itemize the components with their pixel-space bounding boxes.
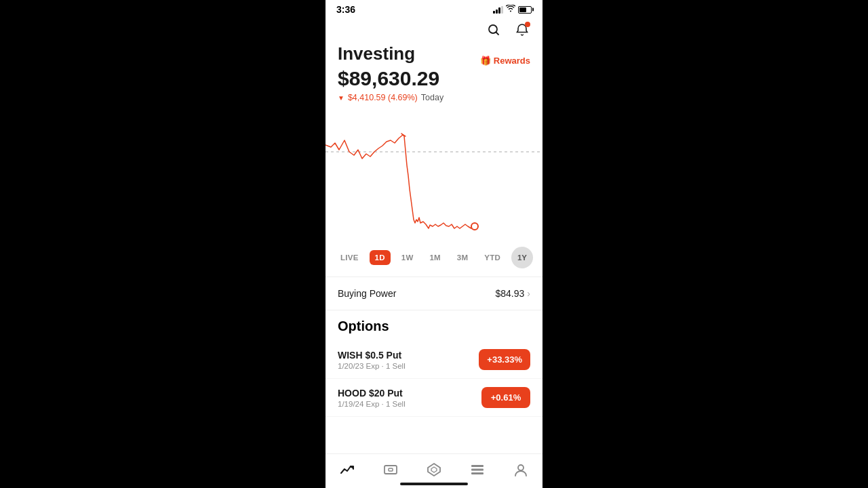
notifications-button[interactable]	[513, 20, 532, 39]
notification-badge	[525, 22, 530, 27]
investing-nav-icon	[340, 462, 355, 477]
svg-rect-9	[471, 469, 484, 471]
tab-1m[interactable]: 1M	[424, 250, 446, 265]
option-details-hood: HOOD $20 Put 1/19/24 Exp · 1 Sell	[338, 388, 406, 408]
tab-1y[interactable]: 1Y	[511, 247, 533, 268]
buying-power-value: $84.93	[496, 288, 525, 299]
option-sub-wish: 1/20/23 Exp · 1 Sell	[338, 362, 406, 370]
time-tabs: LIVE 1D 1W 1M 3M YTD 1Y	[326, 241, 542, 274]
svg-line-1	[496, 33, 499, 35]
option-row-hood[interactable]: HOOD $20 Put 1/19/24 Exp · 1 Sell +0.61%	[326, 379, 542, 417]
option-badge-wish[interactable]: +33.33%	[479, 349, 530, 370]
chevron-right-icon: ›	[527, 288, 530, 299]
svg-rect-8	[471, 465, 484, 467]
tab-1w[interactable]: 1W	[396, 250, 419, 265]
nav-account[interactable]	[508, 461, 534, 479]
search-button[interactable]	[484, 20, 503, 39]
option-name-hood: HOOD $20 Put	[338, 388, 406, 399]
option-name-wish: WISH $0.5 Put	[338, 350, 406, 361]
svg-rect-5	[389, 468, 393, 471]
buying-power-row[interactable]: Buying Power $84.93 ›	[326, 280, 542, 307]
option-sub-hood: 1/19/24 Exp · 1 Sell	[338, 400, 406, 408]
nav-investing[interactable]	[334, 461, 360, 479]
option-row-wish[interactable]: WISH $0.5 Put 1/20/23 Exp · 1 Sell +33.3…	[326, 341, 542, 379]
home-indicator	[400, 483, 468, 485]
nav-crypto[interactable]	[421, 461, 447, 479]
buying-power-value-row: $84.93 ›	[496, 288, 531, 299]
change-amount: $4,410.59 (4.69%)	[348, 93, 418, 102]
change-arrow-icon: ▼	[338, 94, 344, 102]
svg-marker-6	[428, 464, 440, 476]
portfolio-value: $89,630.29	[338, 67, 530, 90]
page-title: Investing	[338, 43, 415, 64]
status-icons	[493, 5, 532, 14]
tab-1d[interactable]: 1D	[370, 250, 391, 265]
option-details-wish: WISH $0.5 Put 1/20/23 Exp · 1 Sell	[338, 350, 406, 370]
svg-rect-4	[384, 466, 397, 474]
options-section-title: Options	[326, 313, 542, 341]
nav-cash[interactable]	[378, 461, 403, 479]
chart-area[interactable]	[326, 115, 542, 240]
phone-frame: 3:36	[326, 0, 542, 488]
tab-live[interactable]: LIVE	[335, 250, 364, 265]
svg-point-11	[518, 465, 524, 470]
crypto-nav-icon	[427, 462, 441, 477]
svg-rect-10	[471, 472, 484, 474]
signal-bars-icon	[493, 6, 503, 14]
discover-nav-icon	[470, 462, 485, 477]
status-time: 3:36	[336, 4, 355, 15]
wifi-icon	[506, 5, 515, 14]
svg-marker-7	[431, 467, 437, 472]
status-bar: 3:36	[326, 0, 542, 18]
main-content: Investing 🎁 Rewards $89,630.29 ▼ $4,410.…	[326, 39, 542, 102]
tab-3m[interactable]: 3M	[452, 250, 474, 265]
rewards-button[interactable]: 🎁 Rewards	[480, 56, 530, 66]
divider-2	[326, 310, 542, 310]
svg-point-3	[471, 223, 478, 230]
divider-1	[326, 277, 542, 277]
option-badge-hood[interactable]: +0.61%	[481, 387, 530, 408]
nav-discover[interactable]	[465, 461, 490, 479]
buying-power-label: Buying Power	[338, 288, 396, 299]
top-icons	[326, 18, 542, 39]
portfolio-chart	[326, 115, 542, 240]
account-nav-icon	[513, 462, 528, 477]
cash-nav-icon	[383, 462, 398, 477]
battery-icon	[518, 6, 532, 14]
tab-ytd[interactable]: YTD	[479, 250, 506, 265]
change-label: Today	[421, 93, 443, 102]
portfolio-change: ▼ $4,410.59 (4.69%) Today	[338, 93, 530, 102]
